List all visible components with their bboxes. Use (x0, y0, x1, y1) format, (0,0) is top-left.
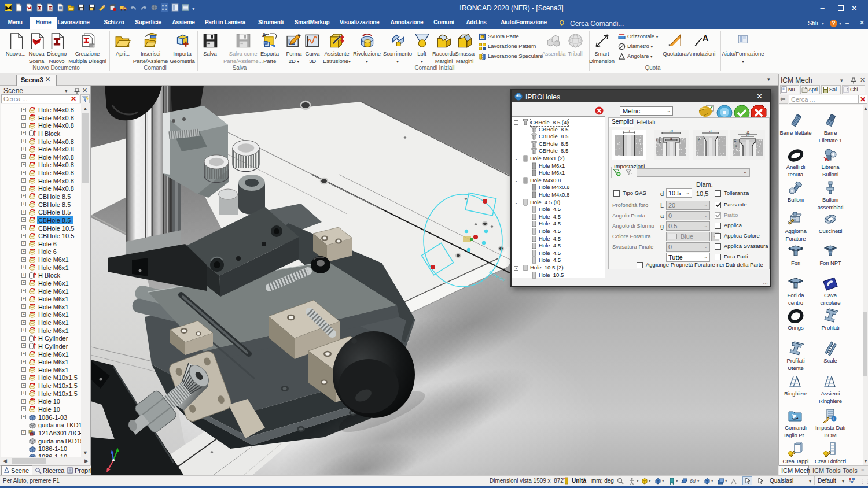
svg-text:d: d (670, 137, 672, 141)
svg-text:C: C (656, 138, 659, 142)
svg-text:6d: 6d (690, 478, 696, 484)
svg-text:d: d (628, 130, 630, 133)
svg-text:C: C (734, 139, 737, 142)
svg-text:β: β (698, 137, 700, 141)
svg-text:β: β (735, 144, 737, 147)
svg-text:d: d (746, 134, 748, 137)
svg-text:d: d (709, 130, 711, 133)
svg-text:d1: d1 (670, 130, 674, 133)
svg-text:A: A (703, 34, 709, 43)
